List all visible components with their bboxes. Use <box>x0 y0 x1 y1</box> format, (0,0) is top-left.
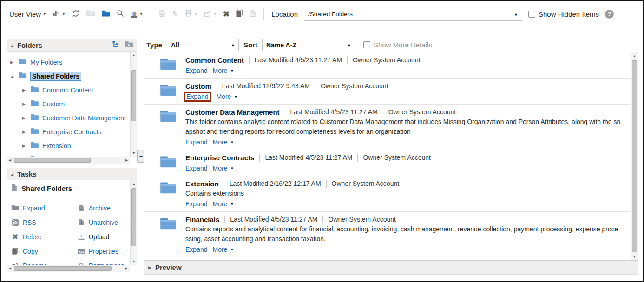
more-link[interactable]: More <box>212 67 227 74</box>
folder-name-link[interactable]: Common Content <box>185 56 244 64</box>
tree-item[interactable]: ▶Financials <box>7 153 130 157</box>
catalog-main-area: Type All ▼ Sort Name A-Z ▼ Show More Det… <box>144 38 638 275</box>
tree-item[interactable]: ▶Extension <box>7 139 130 153</box>
delete-x-icon: ✖ <box>223 10 230 18</box>
expand-link[interactable]: Expand <box>185 138 207 146</box>
type-select[interactable]: All ▼ <box>167 39 239 51</box>
expand-node-icon[interactable]: ▶ <box>22 116 27 120</box>
task-properties-link[interactable]: xyzProperties <box>77 244 130 258</box>
more-link[interactable]: More <box>212 138 227 146</box>
tree-item[interactable]: ▶Common Content <box>7 83 130 97</box>
expand-link[interactable]: Expand <box>185 246 207 253</box>
list-vertical-scrollbar[interactable]: ▲ ▼ <box>631 52 638 260</box>
expand-link[interactable]: Expand <box>185 164 207 172</box>
expand-node-icon[interactable]: ▶ <box>22 88 27 92</box>
task-upload-link[interactable]: Upload <box>77 230 130 244</box>
search-button[interactable] <box>117 10 124 19</box>
scroll-down-icon[interactable]: ▼ <box>131 258 137 265</box>
scrollbar-thumb[interactable] <box>632 60 637 252</box>
tree-item[interactable]: ◢Shared Folders <box>7 69 130 83</box>
show-hidden-items-checkbox[interactable] <box>528 11 535 18</box>
scrollbar-thumb[interactable] <box>14 266 112 271</box>
scroll-left-icon[interactable]: ◀ <box>7 157 13 164</box>
task-rss-link[interactable]: RSS <box>11 215 77 230</box>
folder-name-link[interactable]: Financials <box>185 216 219 223</box>
more-link[interactable]: More <box>216 93 231 100</box>
tree-item-label[interactable]: Enterprise Contracts <box>42 128 102 136</box>
tree-item[interactable]: ▶My Folders <box>7 55 130 69</box>
folder-name-link[interactable]: Extension <box>185 180 219 188</box>
tree-item-label[interactable]: Extension <box>42 142 71 150</box>
preview-toggle[interactable]: ▶ Preview <box>144 260 638 275</box>
new-folder-button[interactable] <box>101 10 111 19</box>
folder-name-link[interactable]: Custom <box>185 82 211 90</box>
folder-name-link[interactable]: Enterprise Contracts <box>185 154 254 162</box>
sort-select[interactable]: Name A-Z ▼ <box>262 39 355 51</box>
task-unarchive-link[interactable]: Unarchive <box>77 215 130 230</box>
task-links: ExpandArchiveRSSUnarchive✖DeleteUploadCo… <box>7 197 130 265</box>
more-link[interactable]: More <box>212 164 227 172</box>
panel-collapse-splitter[interactable]: ◂◂ <box>137 150 144 163</box>
delete-button[interactable]: ✖ <box>223 10 230 18</box>
tree-item-label[interactable]: Customer Data Management <box>42 114 126 122</box>
copy-button[interactable] <box>236 9 243 19</box>
scroll-down-icon[interactable]: ▼ <box>131 150 137 157</box>
tree-item-label[interactable]: My Folders <box>30 59 62 66</box>
folder-icon <box>144 107 185 147</box>
scroll-left-icon[interactable]: ◀ <box>7 265 13 272</box>
new-object-button[interactable]: + ▼ <box>53 10 66 19</box>
expand-node-icon[interactable]: ▶ <box>22 130 27 134</box>
tree-item-label[interactable]: Common Content <box>42 86 93 94</box>
owner-text: Owner System Account <box>388 108 456 116</box>
scroll-up-icon[interactable]: ▲ <box>131 52 137 59</box>
more-link[interactable]: More <box>212 200 227 208</box>
expand-link[interactable]: Expand <box>185 200 207 208</box>
collapse-panel-icon[interactable]: ◢ <box>10 172 13 177</box>
view-options-button[interactable]: ▦ ▼ <box>130 10 143 18</box>
favorites-folder-icon[interactable]: ★ <box>124 41 133 50</box>
folders-horizontal-scrollbar[interactable]: ◀ ▶ <box>7 157 130 164</box>
show-hidden-items-toggle[interactable]: Show Hidden Items <box>528 10 599 18</box>
list-row: FinancialsLast Modified 4/5/23 11:27 AMO… <box>144 212 631 257</box>
scroll-up-icon[interactable]: ▲ <box>631 52 638 59</box>
folder-tree-view-icon[interactable] <box>112 41 120 50</box>
expand-node-icon[interactable]: ▶ <box>10 60 15 65</box>
task-copy-link[interactable]: Copy <box>11 244 77 258</box>
task-expand-link[interactable]: Expand <box>11 201 77 215</box>
collapse-panel-icon[interactable]: ◢ <box>10 43 13 48</box>
tree-item-label[interactable]: Custom <box>42 100 65 108</box>
tasks-horizontal-scrollbar[interactable]: ◀ ▶ <box>7 265 130 272</box>
show-more-details-toggle[interactable]: Show More Details <box>363 41 432 49</box>
scroll-up-icon[interactable]: ▲ <box>131 180 137 187</box>
collapse-node-icon[interactable]: ◢ <box>10 74 15 79</box>
task-archive-link[interactable]: Archive <box>77 201 130 215</box>
scroll-down-icon[interactable]: ▼ <box>631 253 638 260</box>
scrollbar-thumb[interactable] <box>131 70 136 121</box>
scrollbar-thumb[interactable] <box>14 158 91 163</box>
help-icon[interactable]: ? <box>605 10 614 19</box>
folders-vertical-scrollbar[interactable]: ▲ ▼ <box>130 52 137 157</box>
tree-item[interactable]: ▶Customer Data Management <box>7 111 130 125</box>
scroll-right-icon[interactable]: ▶ <box>123 265 130 272</box>
task-delete-link[interactable]: ✖Delete <box>11 230 77 244</box>
refresh-button[interactable] <box>72 9 80 20</box>
task-permissions-link[interactable]: Permissions <box>77 258 130 265</box>
folder-name-link[interactable]: Customer Data Management <box>185 108 280 116</box>
tree-item[interactable]: ▶Enterprise Contracts <box>7 125 130 139</box>
location-select[interactable]: /Shared Folders ▼ <box>304 8 522 21</box>
expand-link[interactable]: Expand <box>186 93 208 100</box>
tasks-vertical-scrollbar[interactable]: ▲ ▼ <box>130 180 137 265</box>
show-more-details-checkbox[interactable] <box>363 41 370 48</box>
expand-link[interactable]: Expand <box>185 67 207 74</box>
more-link[interactable]: More <box>212 246 227 253</box>
expand-node-icon[interactable]: ▶ <box>22 144 27 148</box>
task-rename-link[interactable]: Rename <box>11 258 77 265</box>
new-folder-icon <box>101 10 111 19</box>
expand-node-icon[interactable]: ▶ <box>22 102 27 106</box>
tree-item[interactable]: ▶Custom <box>7 97 130 111</box>
scroll-right-icon[interactable]: ▶ <box>123 157 130 164</box>
tree-item-label[interactable]: Shared Folders <box>30 72 81 81</box>
user-view-menu[interactable]: User View ▼ <box>9 10 46 18</box>
scrollbar-thumb[interactable] <box>131 188 136 246</box>
chevron-down-icon: ▼ <box>234 95 237 99</box>
